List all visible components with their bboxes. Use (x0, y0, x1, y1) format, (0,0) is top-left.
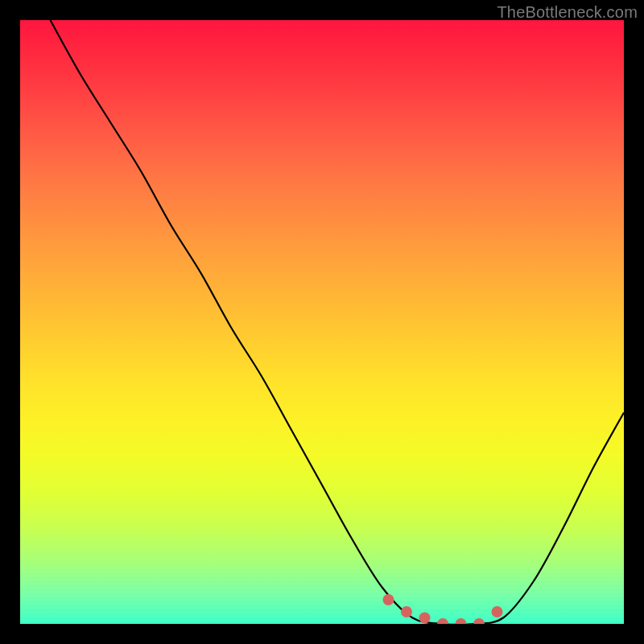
chart-container: TheBottleneck.com (0, 0, 644, 644)
highlight-marker (419, 613, 431, 624)
plot-area (20, 20, 624, 624)
highlight-marker (492, 606, 503, 617)
curve-layer (20, 20, 624, 624)
highlight-marker (456, 618, 467, 624)
bottleneck-curve (51, 20, 625, 624)
highlight-marker (401, 606, 412, 617)
highlight-marker (473, 618, 485, 624)
highlight-marker (437, 618, 448, 624)
watermark-text: TheBottleneck.com (497, 3, 638, 22)
highlight-marker (383, 594, 394, 605)
